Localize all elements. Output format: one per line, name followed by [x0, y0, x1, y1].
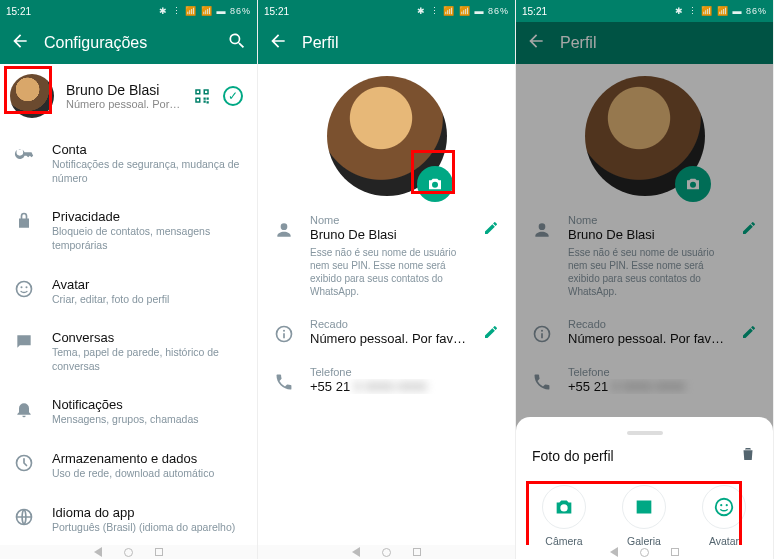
name-value: Bruno De Blasi — [310, 227, 467, 242]
gallery-icon — [633, 496, 655, 518]
profile-photo[interactable] — [327, 76, 447, 196]
status-bar: 15:21 ✱ ⋮ 📶 📶 ▬ 86% — [516, 0, 773, 22]
camera-fab[interactable] — [417, 166, 453, 202]
profile-screen: 15:21 ✱ ⋮ 📶 📶 ▬ 86% Perfil Nome Bruno De… — [258, 0, 516, 559]
field-name[interactable]: Nome Bruno De Blasi Esse não é seu nome … — [258, 202, 515, 306]
header-title: Perfil — [302, 34, 505, 52]
status-bar: 15:21 ✱ ⋮ 📶 📶 ▬ 86% — [258, 0, 515, 22]
item-conversas[interactable]: ConversasTema, papel de parede, históric… — [0, 318, 257, 385]
item-notificacoes[interactable]: NotificaçõesMensagens, grupos, chamadas — [0, 385, 257, 439]
status-time: 15:21 — [6, 6, 31, 17]
pencil-icon[interactable] — [483, 220, 499, 236]
profile-name: Bruno De Blasi — [66, 82, 181, 98]
item-conta[interactable]: ContaNotificações de segurança, mudança … — [0, 130, 257, 197]
android-navbar[interactable] — [0, 545, 257, 559]
avatar[interactable] — [10, 74, 54, 118]
status-time: 15:21 — [264, 6, 289, 17]
status-icons: ✱ ⋮ 📶 📶 ▬ 86% — [417, 6, 509, 16]
phone-label: Telefone — [310, 366, 499, 378]
name-help: Esse não é seu nome de usuário nem seu P… — [310, 246, 467, 298]
item-idioma[interactable]: Idioma do appPortuguês (Brasil) (idioma … — [0, 493, 257, 547]
header-title: Configurações — [44, 34, 213, 52]
delete-icon[interactable] — [739, 445, 757, 467]
profile-row[interactable]: Bruno De Blasi Número pessoal. Por favor… — [0, 64, 257, 128]
status-time: 15:21 — [522, 6, 547, 17]
about-label: Recado — [310, 318, 467, 330]
android-navbar[interactable] — [258, 545, 515, 559]
sheet-handle[interactable] — [627, 431, 663, 435]
option-gallery[interactable]: Galeria — [616, 485, 672, 547]
item-avatar[interactable]: AvatarCriar, editar, foto do perfil — [0, 265, 257, 319]
phone-value: +55 21 9 9999-9999 — [310, 379, 499, 394]
profile-header: Perfil — [258, 22, 515, 64]
qr-icon[interactable] — [193, 87, 211, 105]
pencil-icon[interactable] — [483, 324, 499, 340]
settings-list: ContaNotificações de segurança, mudança … — [0, 128, 257, 559]
verified-icon[interactable]: ✓ — [223, 86, 243, 106]
option-avatar[interactable]: Avatar — [696, 485, 752, 547]
settings-header: Configurações — [0, 22, 257, 64]
avatar-icon — [713, 496, 735, 518]
sheet-title: Foto do perfil — [532, 448, 614, 464]
search-icon[interactable] — [227, 31, 247, 55]
camera-icon — [553, 496, 575, 518]
settings-screen: 15:21 ✱ ⋮ 📶 📶 ▬ 86% Configurações Bruno … — [0, 0, 258, 559]
name-label: Nome — [310, 214, 467, 226]
item-armazenamento[interactable]: Armazenamento e dadosUso de rede, downlo… — [0, 439, 257, 493]
back-icon[interactable] — [10, 31, 30, 55]
profile-screen-sheet: 15:21 ✱ ⋮ 📶 📶 ▬ 86% Perfil Nome Bruno De… — [516, 0, 774, 559]
option-camera[interactable]: Câmera — [536, 485, 592, 547]
profile-status: Número pessoal. Por favor, nã... — [66, 98, 181, 110]
photo-bottom-sheet: Foto do perfil Câmera Galeria Avatar — [516, 417, 773, 559]
field-about[interactable]: Recado Número pessoal. Por favor, não co… — [258, 306, 515, 354]
android-navbar[interactable] — [516, 545, 773, 559]
back-icon[interactable] — [268, 31, 288, 55]
status-icons: ✱ ⋮ 📶 📶 ▬ 86% — [675, 6, 767, 16]
about-value: Número pessoal. Por favor, não compa... — [310, 331, 467, 346]
status-bar: 15:21 ✱ ⋮ 📶 📶 ▬ 86% — [0, 0, 257, 22]
item-privacidade[interactable]: PrivacidadeBloqueio de contatos, mensage… — [0, 197, 257, 264]
field-phone: Telefone +55 21 9 9999-9999 — [258, 354, 515, 402]
photo-options: Câmera Galeria Avatar — [532, 479, 757, 551]
status-icons: ✱ ⋮ 📶 📶 ▬ 86% — [159, 6, 251, 16]
